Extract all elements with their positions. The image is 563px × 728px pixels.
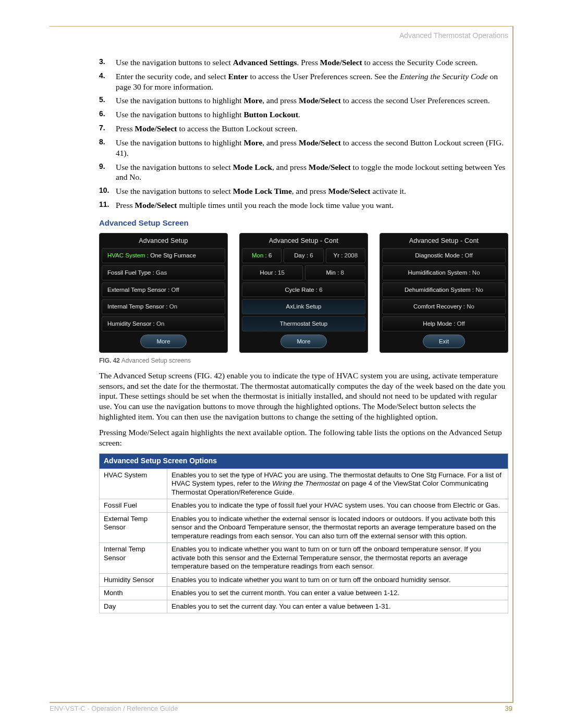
step-number: 5. (99, 95, 105, 105)
option-value: Off (463, 252, 472, 258)
table-row: DayEnables you to set the current day. Y… (100, 600, 508, 613)
step-number: 10. (99, 186, 109, 195)
step-item: 4.Enter the security code, and select En… (99, 71, 508, 92)
content-area: 3.Use the navigation buttons to select A… (99, 57, 508, 613)
option-value: Off (169, 287, 179, 293)
option-value: 6 (317, 287, 323, 293)
step-number: 6. (99, 109, 105, 119)
screen-option[interactable]: Diagnostic Mode : Off (382, 248, 506, 263)
screen-option-row: Hour : 15Min : 8 (242, 265, 365, 280)
options-table-header: Advanced Setup Screen Options (100, 453, 508, 468)
screen-option[interactable]: Help Mode : Off (382, 316, 506, 331)
option-value: One Stg Furnace (149, 252, 196, 258)
option-value: 6 (267, 252, 272, 258)
screen-option[interactable]: Hour : 15 (242, 265, 303, 280)
option-label: Hour : (260, 269, 276, 276)
option-label: Dehumidification System : (405, 287, 474, 293)
screen-option[interactable]: Mon : 6 (242, 248, 282, 263)
figure-caption-text: Advanced Setup screens (121, 357, 191, 364)
option-label: HVAC System : (107, 252, 149, 258)
option-label: Yr : (333, 252, 342, 258)
option-label: External Temp Sensor : (107, 287, 169, 293)
option-desc-cell: Enables you to set the current month. Yo… (167, 587, 508, 600)
screen-option[interactable]: Cycle Rate : 6 (242, 282, 365, 298)
option-value: No (465, 303, 474, 310)
option-name-cell: Fossil Fuel (100, 499, 167, 513)
more-button[interactable]: More (140, 335, 186, 349)
thermostat-screen: Advanced Setup - ContMon : 6Day : 6Yr : … (239, 233, 368, 353)
option-label: Humidity Sensor : (107, 320, 155, 327)
thermostat-screen: Advanced SetupHVAC System : One Stg Furn… (99, 233, 228, 353)
figure-caption: FIG. 42 Advanced Setup screens (99, 357, 508, 365)
option-value: On (155, 320, 165, 327)
option-desc-cell: Enables you to set the type of HVAC you … (167, 468, 508, 499)
screen-option[interactable]: Humidity Sensor : On (102, 316, 225, 331)
page-footer: ENV-VST-C - Operation / Reference Guide … (50, 705, 512, 712)
option-name-cell: Humidity Sensor (100, 573, 167, 587)
table-row: Fossil FuelEnables you to indicate the t… (100, 499, 508, 513)
step-item: 6.Use the navigation buttons to highligh… (99, 109, 508, 120)
table-row: Internal Temp SensorEnables you to indic… (100, 543, 508, 574)
step-number: 3. (99, 57, 105, 67)
option-desc-cell: Enables you to set the current day. You … (167, 600, 508, 613)
option-label: Humidification System : (408, 269, 470, 276)
option-desc-cell: Enables you to indicate whether you want… (167, 543, 508, 574)
option-desc-cell: Enables you to indicate whether the exte… (167, 512, 508, 543)
screen-option[interactable]: Dehumidification System : No (382, 282, 506, 298)
table-row: MonthEnables you to set the current mont… (100, 587, 508, 600)
screen-option[interactable]: Internal Temp Sensor : On (102, 299, 225, 314)
option-desc-cell: Enables you to indicate the type of foss… (167, 499, 508, 513)
exit-button[interactable]: Exit (423, 335, 465, 349)
section-heading: Advanced Setup Screen (99, 218, 508, 228)
option-value: Gas (154, 269, 167, 276)
footer-doc-title: ENV-VST-C - Operation / Reference Guide (50, 705, 178, 712)
thermostat-screen: Advanced Setup - ContDiagnostic Mode : O… (380, 233, 508, 353)
option-label: Diagnostic Mode : (415, 252, 463, 258)
screen-submenu[interactable]: Thermostat Setup (242, 316, 365, 331)
screen-option[interactable]: Yr : 2008 (326, 248, 365, 263)
thermostat-screens-row: Advanced SetupHVAC System : One Stg Furn… (99, 233, 508, 353)
step-item: 9.Use the navigation buttons to select M… (99, 162, 508, 183)
more-button[interactable]: More (280, 335, 326, 349)
option-name-cell: HVAC System (100, 468, 167, 499)
option-label: Mon : (252, 252, 267, 258)
option-label: Internal Temp Sensor : (107, 303, 168, 310)
option-value: 2008 (342, 252, 358, 258)
screen-title: Advanced Setup - Cont (242, 235, 365, 246)
numbered-steps: 3.Use the navigation buttons to select A… (99, 57, 508, 211)
screen-option[interactable]: External Temp Sensor : Off (102, 282, 225, 298)
screen-option[interactable]: Fossil Fuel Type : Gas (102, 265, 225, 280)
option-name-cell: Day (100, 600, 167, 613)
screen-option[interactable]: Day : 6 (284, 248, 323, 263)
step-number: 11. (99, 200, 109, 209)
body-para-1: The Advanced Setup screens (FIG. 42) ena… (99, 371, 508, 422)
option-label: Min : (326, 269, 339, 276)
figure-number: FIG. 42 (99, 357, 120, 364)
step-number: 8. (99, 138, 105, 147)
screen-option[interactable]: HVAC System : One Stg Furnace (102, 248, 225, 263)
screen-option[interactable]: Humidification System : No (382, 265, 506, 280)
option-label: Fossil Fuel Type : (107, 269, 154, 276)
screen-option[interactable]: Comfort Recovery : No (382, 299, 506, 314)
screen-option-row: Mon : 6Day : 6Yr : 2008 (242, 248, 365, 263)
step-item: 3.Use the navigation buttons to select A… (99, 57, 508, 68)
body-para-2: Pressing Mode/Select again highlights th… (99, 427, 508, 448)
step-number: 4. (99, 71, 105, 81)
option-label: Day : (294, 252, 308, 258)
screen-submenu[interactable]: AxLink Setup (242, 299, 365, 314)
option-value: 6 (308, 252, 313, 258)
running-header: Advanced Thermostat Operations (399, 31, 508, 40)
option-label: Help Mode : (423, 320, 455, 327)
option-value: 15 (276, 269, 285, 276)
table-row: Humidity SensorEnables you to indicate w… (100, 573, 508, 587)
screen-option[interactable]: Min : 8 (305, 265, 366, 280)
table-row: HVAC SystemEnables you to set the type o… (100, 468, 508, 499)
screen-title: Advanced Setup - Cont (382, 235, 506, 246)
option-value: No (471, 269, 480, 276)
step-item: 8.Use the navigation buttons to highligh… (99, 138, 508, 158)
option-desc-cell: Enables you to indicate whether you want… (167, 573, 508, 587)
step-number: 7. (99, 124, 105, 133)
option-label: Cycle Rate : (285, 287, 317, 293)
step-item: 10.Use the navigation buttons to select … (99, 186, 508, 196)
step-item: 11.Press Mode/Select multiple times unti… (99, 200, 508, 211)
